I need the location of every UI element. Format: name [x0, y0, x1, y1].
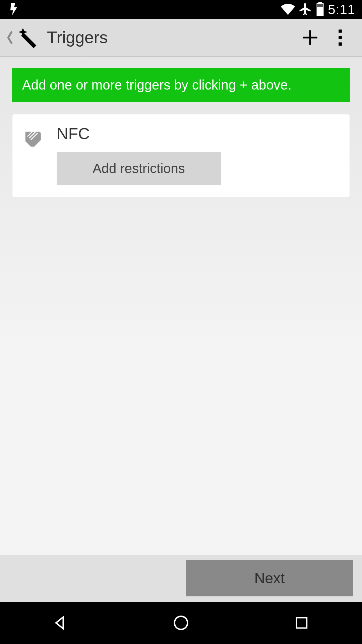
status-bar: 5:11	[0, 0, 362, 19]
svg-rect-8	[339, 42, 342, 46]
content-area: Add one or more triggers by clicking + a…	[0, 57, 362, 555]
back-button[interactable]	[7, 25, 40, 50]
nfc-tag-icon	[22, 126, 46, 150]
overflow-menu-button[interactable]	[325, 22, 355, 53]
wifi-icon	[281, 2, 295, 17]
nav-recent-button[interactable]	[290, 611, 313, 635]
svg-rect-3	[21, 33, 36, 48]
nav-back-button[interactable]	[49, 611, 72, 635]
svg-point-12	[175, 616, 188, 630]
wand-icon	[16, 25, 40, 50]
add-button[interactable]	[295, 22, 325, 53]
app-bar: Triggers	[0, 19, 362, 57]
next-button[interactable]: Next	[186, 560, 353, 596]
trigger-name: NFC	[57, 124, 221, 143]
airplane-icon	[298, 2, 312, 17]
footer-bar: Next	[0, 555, 362, 602]
status-time: 5:11	[328, 2, 355, 17]
svg-rect-1	[318, 2, 322, 4]
svg-rect-2	[317, 4, 323, 7]
svg-rect-13	[297, 618, 307, 628]
hint-banner: Add one or more triggers by clicking + a…	[12, 68, 350, 102]
navigation-bar	[0, 602, 362, 644]
hint-text: Add one or more triggers by clicking + a…	[22, 77, 292, 92]
bolt-icon	[7, 2, 21, 18]
svg-rect-7	[339, 36, 342, 39]
add-restrictions-button[interactable]: Add restrictions	[57, 152, 221, 185]
trigger-card[interactable]: NFC Add restrictions	[12, 114, 350, 197]
battery-icon	[316, 2, 324, 17]
svg-rect-6	[339, 30, 342, 33]
page-title: Triggers	[47, 28, 108, 47]
nav-home-button[interactable]	[169, 611, 193, 635]
